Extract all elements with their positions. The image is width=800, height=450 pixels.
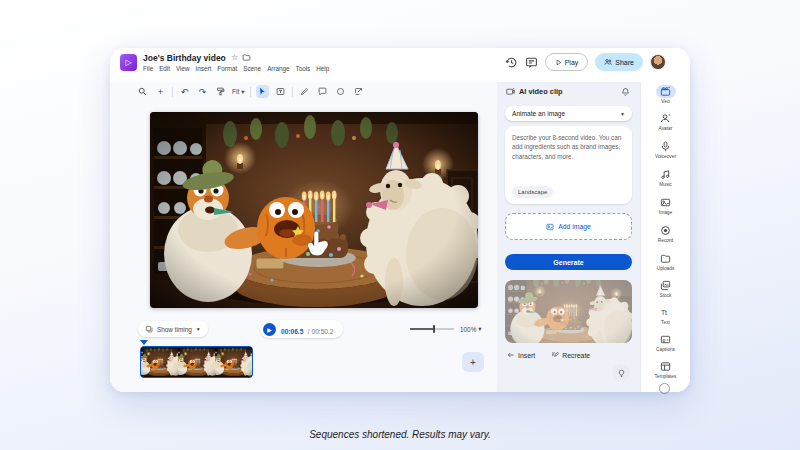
- sidebar-item-stock[interactable]: Stock: [641, 279, 690, 298]
- folder-icon: [656, 252, 676, 265]
- recreate-icon: [551, 351, 559, 359]
- hand-cursor-icon: [306, 230, 332, 260]
- generated-clip-thumbnail[interactable]: [505, 280, 632, 343]
- sidebar-item-partial-icon[interactable]: [659, 383, 670, 394]
- time-total: / 00:50.2: [308, 328, 334, 335]
- undo-icon[interactable]: ↶: [178, 85, 191, 98]
- zoom-tool-icon[interactable]: [136, 85, 149, 98]
- menu-file[interactable]: File: [143, 65, 153, 72]
- stock-media-icon: [656, 279, 676, 292]
- zoom-fit-select[interactable]: Fit▾: [232, 88, 245, 96]
- app-header: ▷ Joe's Birthday video ☆ File Edit View …: [110, 48, 690, 82]
- timeline-clip[interactable]: [140, 346, 253, 378]
- sidebar-item-record[interactable]: Record: [641, 224, 690, 243]
- zoom-level-select[interactable]: 100% ▾: [460, 325, 482, 333]
- version-history-icon[interactable]: [505, 56, 518, 69]
- insert-button[interactable]: Insert: [507, 351, 535, 359]
- image-icon: [546, 223, 554, 231]
- redo-icon[interactable]: ↷: [196, 85, 209, 98]
- chevron-down-icon: ▾: [478, 325, 481, 333]
- disclaimer-caption: Sequences shortened. Results may vary.: [0, 429, 800, 440]
- timeline-zoom-slider[interactable]: [410, 328, 454, 330]
- toolbar: + ↶ ↷ Fit▾: [136, 83, 365, 100]
- recreate-label: Recreate: [562, 352, 590, 359]
- captions-icon: [656, 333, 676, 346]
- playhead-marker[interactable]: [140, 340, 148, 345]
- prompt-input[interactable]: Describe your 8-second video. You can ad…: [505, 126, 632, 204]
- time-current: 00:06.5: [281, 328, 303, 335]
- shapes-tool-icon[interactable]: [334, 85, 347, 98]
- arrow-left-icon: [507, 351, 515, 359]
- comment-tool-icon[interactable]: [316, 85, 329, 98]
- generate-button[interactable]: Generate: [505, 254, 632, 270]
- mode-dropdown[interactable]: Animate an image ▼: [505, 106, 632, 121]
- menu-view[interactable]: View: [176, 65, 190, 72]
- menu-tools[interactable]: Tools: [296, 65, 311, 72]
- sidebar-item-label: Veo: [661, 99, 669, 104]
- add-icon[interactable]: +: [154, 85, 167, 98]
- voiceover-icon: [656, 140, 676, 153]
- sidebar-item-image[interactable]: Image: [641, 196, 690, 215]
- notifications-bell-icon[interactable]: [621, 87, 630, 97]
- aspect-ratio-chip[interactable]: Landscape: [512, 186, 553, 198]
- share-button-label: Share: [615, 59, 634, 66]
- sidebar-item-captions[interactable]: Captions: [641, 333, 690, 352]
- insert-label: Insert: [518, 352, 535, 359]
- menu-insert[interactable]: Insert: [196, 65, 212, 72]
- menu-scene[interactable]: Scene: [243, 65, 261, 72]
- sidebar-item-veo[interactable]: Veo: [641, 85, 690, 104]
- vids-logo-icon[interactable]: ▷: [120, 54, 137, 71]
- menu-bar: File Edit View Insert Format Scene Arran…: [143, 65, 329, 72]
- add-scene-button[interactable]: +: [462, 352, 484, 372]
- timecode-pill: ▶ 00:06.5 / 00:50.2: [260, 320, 343, 338]
- sidebar-item-voiceover[interactable]: Voiceover: [641, 140, 690, 159]
- sidebar-item-music[interactable]: Music: [641, 168, 690, 187]
- slider-handle[interactable]: [433, 325, 435, 333]
- sidebar-item-label: Text: [661, 320, 670, 325]
- sidebar-item-label: Avatar: [659, 126, 673, 131]
- sidebar-item-label: Uploads: [657, 266, 675, 271]
- pen-tool-icon[interactable]: [298, 85, 311, 98]
- document-title[interactable]: Joe's Birthday video: [143, 53, 226, 63]
- menu-edit[interactable]: Edit: [159, 65, 170, 72]
- lightbulb-icon: [617, 369, 626, 378]
- app-window: ▷ Joe's Birthday video ☆ File Edit View …: [110, 48, 690, 392]
- add-image-button[interactable]: Add image: [505, 213, 632, 240]
- sidebar-item-uploads[interactable]: Uploads: [641, 252, 690, 271]
- video-frame[interactable]: [150, 112, 478, 308]
- play-button[interactable]: Play: [545, 53, 589, 71]
- menu-arrange[interactable]: Arrange: [267, 65, 289, 72]
- suggestions-button[interactable]: [612, 364, 630, 382]
- show-timing-dropdown[interactable]: Show timing ▼: [138, 321, 208, 337]
- prompt-placeholder: Describe your 8-second video. You can ad…: [512, 133, 625, 161]
- fit-label: Fit: [232, 88, 239, 95]
- toolbar-divider: [172, 87, 173, 97]
- present-tool-icon[interactable]: [352, 85, 365, 98]
- account-avatar[interactable]: [650, 54, 666, 70]
- comment-history-icon[interactable]: [525, 56, 538, 69]
- move-folder-icon[interactable]: [242, 53, 251, 62]
- sidebar-item-text[interactable]: Tt Text: [641, 306, 690, 325]
- sidebar-item-label: Image: [659, 210, 672, 215]
- paint-format-icon[interactable]: [214, 85, 227, 98]
- sidebar-item-label: Record: [658, 238, 673, 243]
- people-icon: [604, 58, 612, 66]
- select-tool-icon[interactable]: [256, 85, 269, 98]
- text-box-icon[interactable]: [274, 85, 287, 98]
- video-scene: [150, 112, 478, 308]
- svg-text:Tt: Tt: [661, 309, 667, 316]
- preview-play-button[interactable]: ▶: [263, 323, 276, 336]
- ai-video-panel: AI video clip Animate an image ▼ Describ…: [497, 82, 640, 392]
- sidebar-item-templates[interactable]: Templates: [641, 360, 690, 379]
- text-icon: Tt: [656, 306, 676, 319]
- mode-dropdown-value: Animate an image: [512, 110, 565, 117]
- menu-format[interactable]: Format: [217, 65, 237, 72]
- recreate-button[interactable]: Recreate: [551, 351, 590, 359]
- menu-help[interactable]: Help: [316, 65, 329, 72]
- layers-icon: [145, 325, 153, 333]
- play-button-label: Play: [565, 59, 579, 66]
- sidebar-item-avatar[interactable]: Avatar: [641, 112, 690, 131]
- star-icon[interactable]: ☆: [231, 53, 238, 62]
- toolbar-divider: [250, 87, 251, 97]
- share-button[interactable]: Share: [595, 53, 643, 71]
